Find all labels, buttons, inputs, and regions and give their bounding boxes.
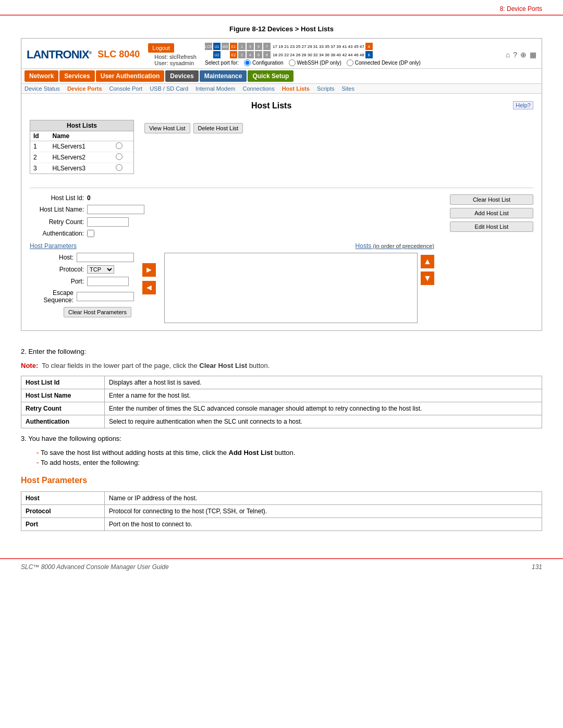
row1-id: 1	[30, 141, 49, 152]
subnav-device-ports[interactable]: Device Ports	[67, 85, 102, 92]
port-indicator: LCD U1 MD E1 1 3 5 7 17 19 21 23 25 27 2…	[205, 43, 421, 66]
view-host-list-button[interactable]: View Host List	[144, 123, 190, 133]
e1-box: E1	[230, 43, 237, 50]
host-list-name-input[interactable]	[87, 205, 144, 214]
subnav-console-port[interactable]: Console Port	[109, 85, 143, 92]
table-row: 2 HLServers2	[30, 152, 133, 163]
e2-box: E2	[230, 51, 237, 58]
field-port: Port	[21, 518, 105, 531]
field-host-list-name: Host List Name	[21, 389, 105, 402]
host-input[interactable]	[77, 253, 134, 262]
escape-seq-input[interactable]	[77, 292, 134, 301]
p6: 6	[255, 51, 262, 58]
subnav-host-lists[interactable]: Host Lists	[282, 85, 310, 92]
edit-host-list-button[interactable]: Edit Host List	[450, 221, 533, 232]
add-host-arrow[interactable]: ►	[142, 263, 156, 277]
webssh-radio[interactable]	[289, 59, 296, 66]
table-row: 3 HLServers3	[30, 163, 133, 174]
protocol-select[interactable]: TCP SSH Telnet	[87, 265, 114, 274]
retry-count-input[interactable]	[87, 217, 129, 227]
host-label: Host:	[154, 54, 168, 60]
home-icon[interactable]: ⌂	[506, 51, 510, 59]
port-input[interactable]	[87, 277, 129, 286]
add-host-list-button[interactable]: Add Host List	[450, 208, 533, 218]
footer-bar: SLC™ 8000 Advanced Console Manager User …	[0, 558, 563, 575]
host-list-id-label: Host List Id:	[30, 194, 87, 202]
row2-name: HLServers2	[49, 152, 112, 163]
subnav-internal-modem[interactable]: Internal Modem	[195, 85, 235, 92]
clear-host-list-button[interactable]: Clear Host List	[450, 194, 533, 205]
figure-title: Figure 8-12 Devices > Host Lists	[0, 25, 563, 33]
info-table-1: Host List Id Displays after a host list …	[21, 376, 542, 428]
subnav-connections[interactable]: Connections	[243, 85, 275, 92]
clear-host-params-button[interactable]: Clear Host Parameters	[64, 307, 131, 317]
section-title: Host Lists	[30, 101, 533, 110]
connected-radio-text: Connected Device (DP only)	[355, 60, 421, 66]
authentication-checkbox[interactable]	[87, 230, 94, 237]
sub-nav: Device Status Device Ports Console Port …	[21, 84, 542, 94]
page-header: 8: Device Ports	[0, 0, 563, 16]
help-link[interactable]: Help?	[513, 101, 533, 109]
b-box: B	[365, 51, 373, 58]
host-params-section: Host Parameters Hosts (in order of prece…	[30, 242, 434, 323]
grid-icon[interactable]: ▦	[530, 51, 536, 59]
col-radio-header	[113, 131, 133, 141]
authentication-label: Authentication:	[30, 230, 87, 237]
step3-text: 3. You have the following options:	[21, 435, 542, 442]
form-left: Host List Id: 0 Host List Name: Retry Co…	[30, 194, 434, 323]
config-radio-label[interactable]: Configuration	[244, 59, 283, 66]
remove-host-arrow[interactable]: ◄	[142, 281, 156, 294]
webssh-radio-text: WebSSH (DP only)	[297, 60, 341, 66]
row1-radio[interactable]	[116, 142, 123, 149]
move-up-button[interactable]: ▲	[421, 255, 434, 268]
p3: 3	[247, 43, 254, 50]
nav-maintenance[interactable]: Maintenance	[200, 70, 247, 82]
body-content: 2. Enter the following: Note: To clear f…	[0, 331, 563, 548]
row1-radio-cell	[113, 141, 133, 152]
protocol-label: Protocol:	[30, 266, 87, 273]
col-id: Id	[30, 131, 49, 141]
nav-services[interactable]: Services	[59, 70, 94, 82]
desc-host-list-name: Enter a name for the host list.	[105, 389, 542, 402]
nav-user-auth[interactable]: User Authentication	[96, 70, 165, 82]
row2-radio[interactable]	[116, 153, 123, 160]
move-down-button[interactable]: ▼	[421, 272, 434, 285]
logout-button[interactable]: Logout	[148, 43, 174, 53]
host-info: Host: slcRefresh User: sysadmin	[154, 54, 197, 66]
table-row: Authentication Select to require authent…	[21, 415, 542, 428]
connected-radio-label[interactable]: Connected Device (DP only)	[347, 59, 421, 66]
nav-devices[interactable]: Devices	[165, 70, 198, 82]
p2: 2	[238, 51, 246, 58]
form-area: Host List Id: 0 Host List Name: Retry Co…	[30, 188, 533, 323]
authentication-row: Authentication:	[30, 230, 434, 237]
field-authentication: Authentication	[21, 415, 105, 428]
user-value: sysadmin	[170, 60, 194, 66]
host-list-id-row: Host List Id: 0	[30, 194, 434, 202]
host-list-area: Host Lists Id Name 1 HLServers1	[30, 120, 533, 179]
help-icon[interactable]: ?	[513, 51, 517, 59]
connected-radio[interactable]	[347, 59, 353, 66]
delete-host-list-button[interactable]: Delete Host List	[193, 123, 243, 133]
host-params-form: Host: Protocol: TCP SSH Telnet	[30, 253, 434, 323]
row3-radio[interactable]	[116, 164, 123, 171]
row3-radio-cell	[113, 163, 133, 174]
subnav-scripts[interactable]: Scripts	[317, 85, 335, 92]
note-body: To clear fields in the lower part of the…	[42, 362, 270, 369]
refresh-icon[interactable]: ⊕	[520, 51, 527, 59]
subnav-device-status[interactable]: Device Status	[25, 85, 60, 92]
desc-host: Name or IP address of the host.	[105, 492, 542, 505]
subnav-usb-sd[interactable]: USB / SD Card	[150, 85, 188, 92]
port-label: Port:	[30, 278, 87, 285]
nav-network[interactable]: Network	[25, 70, 58, 82]
hosts-textarea[interactable]	[165, 253, 417, 321]
nav-bar: Network Services User Authentication Dev…	[21, 69, 542, 84]
info-table-2: Host Name or IP address of the host. Pro…	[21, 491, 542, 531]
p1: 1	[238, 43, 246, 50]
config-radio[interactable]	[244, 59, 251, 66]
host-params-section-label: Host Parameters	[30, 242, 77, 250]
host-user-area: Logout Host: slcRefresh User: sysadmin	[148, 43, 197, 66]
subnav-sites[interactable]: Sites	[342, 85, 354, 92]
webssh-radio-label[interactable]: WebSSH (DP only)	[289, 59, 341, 66]
option1: To save the host list without adding hos…	[36, 449, 542, 456]
nav-quick-setup[interactable]: Quick Setup	[248, 70, 293, 82]
